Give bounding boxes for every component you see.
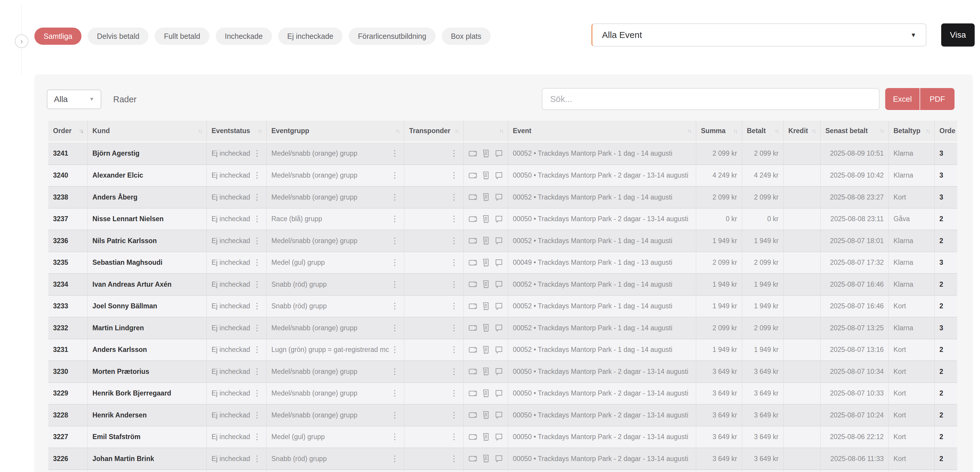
ticket-icon[interactable] — [468, 367, 477, 376]
row-menu-icon[interactable]: ⋮ — [449, 368, 458, 376]
ticket-icon[interactable] — [468, 236, 477, 245]
filter-chip-f-rarlicensutbildning[interactable]: Förarlicensutbildning — [349, 27, 436, 45]
row-menu-icon[interactable]: ⋮ — [449, 302, 458, 310]
chat-icon[interactable] — [495, 149, 503, 158]
filter-chip-samtliga[interactable]: Samtliga — [34, 27, 81, 45]
receipt-icon[interactable] — [481, 432, 490, 442]
table-row[interactable]: 3233Joel Sonny BällmanEj incheckad⋮Snabb… — [48, 295, 957, 317]
row-menu-icon[interactable]: ⋮ — [252, 150, 262, 158]
export-excel-button[interactable]: Excel — [885, 88, 920, 110]
row-menu-icon[interactable]: ⋮ — [390, 433, 399, 441]
column-header-eventgrupp[interactable]: Eventgrupp↑↓ — [267, 121, 404, 143]
row-menu-icon[interactable]: ⋮ — [449, 346, 458, 354]
table-row[interactable]: 3241Björn AgerstigEj incheckad⋮Medel/sna… — [48, 143, 957, 164]
ticket-icon[interactable] — [468, 389, 477, 398]
row-menu-icon[interactable]: ⋮ — [390, 324, 399, 332]
filter-chip-box-plats[interactable]: Box plats — [442, 27, 491, 45]
row-menu-icon[interactable]: ⋮ — [252, 215, 262, 223]
table-row[interactable]: 3240Alexander ElcicEj incheckad⋮Medel/sn… — [48, 164, 957, 187]
chat-icon[interactable] — [495, 193, 503, 202]
table-row[interactable]: 3238Anders ÅbergEj incheckad⋮Medel/snabb… — [48, 186, 957, 208]
table-row[interactable]: 3232Martin LindgrenEj incheckad⋮Medel/sn… — [48, 317, 957, 339]
receipt-icon[interactable] — [481, 171, 490, 180]
row-menu-icon[interactable]: ⋮ — [252, 433, 262, 441]
ticket-icon[interactable] — [468, 432, 477, 442]
row-menu-icon[interactable]: ⋮ — [252, 193, 262, 201]
row-menu-icon[interactable]: ⋮ — [390, 215, 399, 223]
ticket-icon[interactable] — [468, 454, 477, 463]
sort-arrows-icon[interactable]: ↑↓ — [455, 128, 458, 134]
receipt-icon[interactable] — [481, 389, 490, 398]
row-menu-icon[interactable]: ⋮ — [449, 281, 458, 289]
column-header-eventstatus[interactable]: Eventstatus↑↓ — [207, 121, 267, 143]
table-row[interactable]: 3237Nisse Lennart NielsenEj incheckad⋮Ra… — [48, 208, 957, 230]
row-menu-icon[interactable]: ⋮ — [390, 411, 399, 419]
ticket-icon[interactable] — [468, 215, 477, 223]
column-header-icons[interactable]: ↑↓ — [464, 121, 508, 143]
column-header-betalt[interactable]: Betalt↑↓ — [742, 121, 784, 143]
receipt-icon[interactable] — [481, 411, 490, 419]
row-menu-icon[interactable]: ⋮ — [252, 258, 262, 266]
chat-icon[interactable] — [495, 345, 503, 354]
column-header-orderrader[interactable]: Orde↑↓ — [935, 121, 957, 143]
sort-arrows-icon[interactable]: ↑↓ — [79, 128, 83, 134]
ticket-icon[interactable] — [468, 411, 477, 419]
row-menu-icon[interactable]: ⋮ — [449, 324, 458, 332]
column-header-betaltyp[interactable]: Betaltyp↑↓ — [889, 121, 935, 143]
sort-arrows-icon[interactable]: ↑↓ — [687, 128, 691, 134]
row-menu-icon[interactable]: ⋮ — [390, 193, 399, 201]
row-menu-icon[interactable]: ⋮ — [449, 237, 458, 245]
export-pdf-button[interactable]: PDF — [920, 88, 955, 110]
ticket-icon[interactable] — [468, 258, 477, 267]
row-menu-icon[interactable]: ⋮ — [449, 411, 458, 419]
row-menu-icon[interactable]: ⋮ — [390, 281, 399, 289]
row-menu-icon[interactable]: ⋮ — [252, 171, 262, 179]
sort-arrows-icon[interactable]: ↑↓ — [775, 128, 778, 134]
sort-arrows-icon[interactable]: ↑↓ — [396, 128, 399, 134]
filter-chip-fullt-betald[interactable]: Fullt betald — [154, 27, 209, 45]
row-menu-icon[interactable]: ⋮ — [252, 368, 262, 376]
row-menu-icon[interactable]: ⋮ — [390, 150, 399, 158]
row-menu-icon[interactable]: ⋮ — [252, 389, 262, 397]
table-row[interactable]: 3226Johan Martin BrinkEj incheckad⋮Snabb… — [48, 448, 957, 470]
table-row[interactable]: 3230Morten PrætoriusEj incheckad⋮Medel/s… — [48, 360, 957, 383]
sort-arrows-icon[interactable]: ↑↓ — [812, 128, 816, 134]
ticket-icon[interactable] — [468, 302, 477, 311]
ticket-icon[interactable] — [468, 149, 477, 158]
receipt-icon[interactable] — [481, 258, 490, 267]
chat-icon[interactable] — [495, 215, 503, 223]
row-menu-icon[interactable]: ⋮ — [252, 324, 262, 332]
receipt-icon[interactable] — [481, 280, 490, 289]
row-menu-icon[interactable]: ⋮ — [252, 455, 262, 463]
table-row[interactable]: 3234Ivan Andreas Artur AxénEj incheckad⋮… — [48, 273, 957, 295]
chat-icon[interactable] — [495, 367, 503, 376]
row-menu-icon[interactable]: ⋮ — [449, 258, 458, 266]
row-menu-icon[interactable]: ⋮ — [252, 281, 262, 289]
receipt-icon[interactable] — [481, 193, 490, 202]
row-menu-icon[interactable]: ⋮ — [390, 368, 399, 376]
receipt-icon[interactable] — [481, 454, 490, 463]
rows-per-page-select[interactable]: Alla ▼ — [47, 89, 101, 109]
filter-chip-delvis-betald[interactable]: Delvis betald — [88, 27, 148, 45]
ticket-icon[interactable] — [468, 171, 477, 180]
row-menu-icon[interactable]: ⋮ — [390, 258, 399, 266]
receipt-icon[interactable] — [481, 345, 490, 354]
row-menu-icon[interactable]: ⋮ — [449, 455, 458, 463]
chat-icon[interactable] — [495, 432, 503, 442]
row-menu-icon[interactable]: ⋮ — [390, 455, 399, 463]
table-row[interactable]: 3235Sebastian MaghsoudiEj incheckad⋮Mede… — [48, 252, 957, 274]
receipt-icon[interactable] — [481, 302, 490, 311]
table-row[interactable]: 3227Emil StafströmEj incheckad⋮Medel (gu… — [48, 426, 957, 448]
chat-icon[interactable] — [495, 389, 503, 398]
chat-icon[interactable] — [495, 236, 503, 245]
row-menu-icon[interactable]: ⋮ — [449, 150, 458, 158]
sort-arrows-icon[interactable]: ↑↓ — [499, 128, 503, 134]
table-row[interactable]: 3236Nils Patric KarlssonEj incheckad⋮Med… — [48, 230, 957, 252]
chat-icon[interactable] — [495, 280, 503, 289]
chat-icon[interactable] — [495, 171, 503, 180]
column-header-order[interactable]: Order↑↓ — [48, 121, 88, 143]
filter-chip-ej-incheckade[interactable]: Ej incheckade — [278, 27, 343, 45]
chat-icon[interactable] — [495, 411, 503, 419]
row-menu-icon[interactable]: ⋮ — [252, 346, 262, 354]
sort-arrows-icon[interactable]: ↑↓ — [733, 128, 737, 134]
